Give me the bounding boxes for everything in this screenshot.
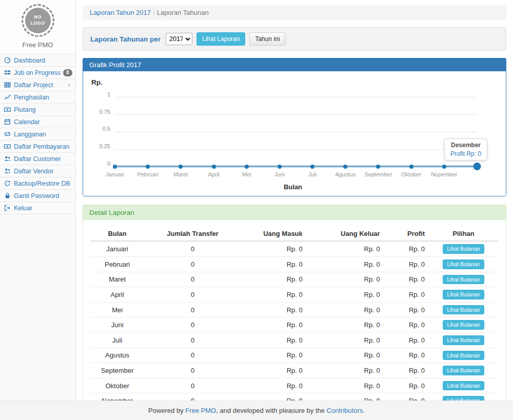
x-tick-label: Januari: [106, 171, 124, 177]
sidebar-item-job-on-progress[interactable]: Job on Progress0: [0, 67, 75, 79]
cell: Rp. 0: [242, 363, 307, 378]
view-monthly-button-januari[interactable]: Lihat Bulanan: [443, 244, 484, 254]
free-pmo-link[interactable]: Free PMO: [185, 407, 216, 414]
sidebar-item-penghasilan[interactable]: Penghasilan: [0, 91, 75, 104]
x-tick-label: Mei: [242, 171, 251, 177]
x-tick-label: Maret: [173, 171, 188, 177]
action-cell: Lihat Bulanan: [429, 302, 498, 317]
gridline: [115, 114, 477, 115]
cell: 0: [144, 287, 242, 303]
sidebar-item-daftar-project[interactable]: Daftar Project‹: [0, 79, 75, 91]
view-monthly-button-juli[interactable]: Lihat Bulanan: [443, 335, 484, 345]
users-icon: [4, 155, 11, 163]
action-cell: Lihat Bulanan: [429, 287, 498, 303]
cell: Rp. 0: [307, 332, 384, 348]
sidebar-item-piutang[interactable]: Piutang: [0, 104, 75, 116]
action-cell: Lihat Bulanan: [429, 332, 498, 348]
view-monthly-button-april[interactable]: Lihat Bulanan: [443, 290, 484, 299]
sidebar-item-label: Langganan: [14, 131, 71, 138]
y-tick-label: 0: [107, 161, 110, 167]
sidebar-item-daftar-pembayaran[interactable]: Daftar Pembayaran: [0, 141, 75, 153]
cell: Rp. 0: [307, 393, 384, 401]
x-tick-label: Agustus: [335, 171, 356, 177]
view-monthly-button-mei[interactable]: Lihat Bulanan: [443, 305, 484, 315]
cell: Rp. 0: [242, 317, 307, 333]
cell: Rp. 0: [242, 332, 307, 348]
cell: Pebruari: [91, 256, 144, 272]
chart-panel-title: Grafik Profit 2017: [83, 58, 506, 71]
point-marker: [113, 165, 117, 169]
cell: Januari: [91, 241, 144, 256]
point-marker: [409, 165, 413, 169]
cell: 0: [144, 393, 242, 401]
cell: Rp. 0: [384, 302, 429, 317]
sidebar-item-ganti-password[interactable]: Ganti Password: [0, 190, 75, 202]
x-tick-label: Nopember: [431, 171, 457, 177]
main-content: Laporan Tahun 2017/Laporan Tahunan Lapor…: [76, 0, 513, 401]
cell: Rp. 0: [307, 302, 384, 317]
y-tick-label: 0.25: [100, 143, 110, 149]
view-monthly-button-juni[interactable]: Lihat Bulanan: [443, 320, 484, 330]
action-cell: Lihat Bulanan: [429, 393, 498, 401]
view-monthly-button-oktober[interactable]: Lihat Bulanan: [443, 381, 484, 391]
breadcrumb-link[interactable]: Laporan Tahun 2017: [90, 9, 151, 16]
view-monthly-button-maret[interactable]: Lihat Bulanan: [443, 275, 484, 285]
cell: Rp. 0: [242, 272, 307, 287]
cell: Rp. 0: [307, 287, 384, 303]
cell: Rp. 0: [384, 363, 429, 378]
sign-out-icon: [4, 205, 11, 212]
cell: Rp. 0: [384, 287, 429, 303]
point-marker[interactable]: [473, 163, 481, 170]
x-tick-label: April: [208, 171, 220, 177]
view-monthly-button-nopember[interactable]: Lihat Bulanan: [443, 396, 484, 401]
tooltip-value: Profit Rp: 0: [450, 150, 481, 157]
breadcrumb: Laporan Tahun 2017/Laporan Tahunan: [83, 5, 506, 20]
sidebar-item-keluar[interactable]: Keluar: [0, 202, 75, 214]
table-row-januari: Januari0Rp. 0Rp. 0Rp. 0Lihat Bulanan: [91, 241, 498, 256]
point-marker: [245, 165, 249, 169]
cell: Juni: [91, 317, 144, 333]
cell: April: [91, 287, 144, 303]
chart-x-axis-title: Bulan: [90, 183, 496, 191]
sidebar-item-dashboard[interactable]: Dashboard: [0, 54, 75, 67]
sidebar-item-langganan[interactable]: Langganan: [0, 128, 75, 141]
cell: Rp. 0: [242, 393, 307, 401]
cell: Rp. 0: [307, 348, 384, 363]
cell: 0: [144, 317, 242, 333]
list-icon: [4, 69, 11, 76]
view-report-button[interactable]: Lihat Laporan: [196, 32, 245, 46]
count-badge: 0: [63, 69, 72, 76]
sidebar-item-label: Penghasilan: [14, 94, 71, 101]
point-marker: [146, 165, 150, 169]
column-header-jumlah-transfer: Jumlah Transfer: [144, 227, 242, 241]
contributors-link[interactable]: Contributors.: [327, 407, 365, 414]
table-row-mei: Mei0Rp. 0Rp. 0Rp. 0Lihat Bulanan: [91, 302, 498, 317]
table-row-april: April0Rp. 0Rp. 0Rp. 0Lihat Bulanan: [91, 287, 498, 303]
x-tick-label: Oktober: [401, 171, 421, 177]
sidebar-item-backup-restore-db[interactable]: Backup/Restore DB: [0, 177, 75, 190]
table-row-agustus: Agustus0Rp. 0Rp. 0Rp. 0Lihat Bulanan: [91, 348, 498, 363]
x-tick-label: September: [365, 171, 392, 177]
table-icon: [4, 82, 11, 89]
sidebar-item-calendar[interactable]: Calendar: [0, 116, 75, 128]
cell: Rp. 0: [384, 393, 429, 401]
cell: Rp. 0: [384, 272, 429, 287]
sidebar-item-label: Piutang: [14, 106, 71, 113]
sidebar-item-daftar-customer[interactable]: Daftar Customer: [0, 153, 75, 165]
x-tick-label: Pebruari: [137, 171, 159, 177]
this-year-button[interactable]: Tahun ini: [249, 32, 285, 46]
table-row-juli: Juli0Rp. 0Rp. 0Rp. 0Lihat Bulanan: [91, 332, 498, 348]
action-cell: Lihat Bulanan: [429, 348, 498, 363]
cell: Juli: [91, 332, 144, 348]
sidebar-item-label: Dashboard: [14, 57, 71, 64]
view-monthly-button-agustus[interactable]: Lihat Bulanan: [443, 351, 484, 361]
sidebar: NO LOGO Free PMO DashboardJob on Progres…: [0, 0, 76, 401]
point-marker: [343, 165, 347, 169]
year-select[interactable]: 2017: [166, 33, 192, 45]
cell: 0: [144, 272, 242, 287]
point-marker: [310, 165, 314, 169]
sidebar-item-daftar-vendor[interactable]: Daftar Vendor: [0, 165, 75, 177]
view-monthly-button-september[interactable]: Lihat Bulanan: [443, 366, 484, 375]
x-tick-label: Juni: [274, 171, 285, 177]
view-monthly-button-pebruari[interactable]: Lihat Bulanan: [443, 259, 484, 269]
